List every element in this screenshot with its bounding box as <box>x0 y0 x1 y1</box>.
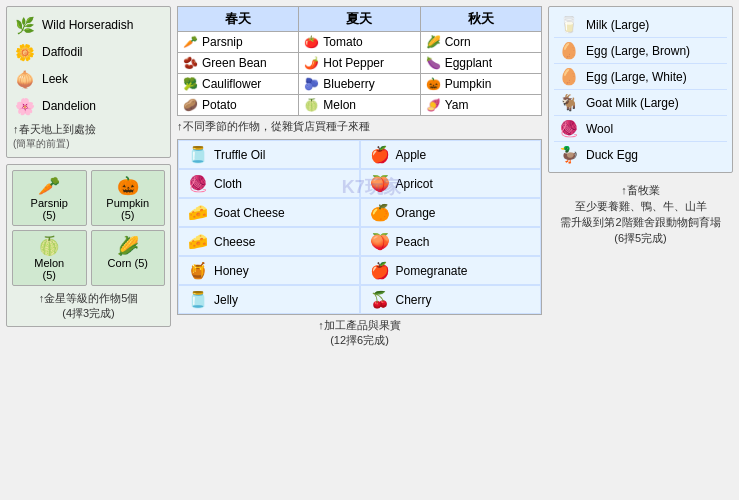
season-row-3: 🥦 Cauliflower 🫐 Blueberry 🎃 Pumpkin <box>178 74 542 95</box>
apple-label: Apple <box>396 148 427 162</box>
melon-label: Melon(5) <box>34 257 64 281</box>
pumpkin-label: Pumpkin(5) <box>106 197 149 221</box>
product-pomegranate: 🍎 Pomegranate <box>360 256 542 285</box>
product-jelly: 🫙 Jelly <box>178 285 360 314</box>
pumpkin-f-icon: 🎃 <box>426 77 441 91</box>
apricot-label: Apricot <box>396 177 433 191</box>
product-cheese: 🧀 Cheese <box>178 227 360 256</box>
tomato-icon: 🍅 <box>304 35 319 49</box>
season-row-2: 🫘 Green Bean 🌶️ Hot Pepper 🍆 Eggplant <box>178 53 542 74</box>
corn-icon: 🌽 <box>96 235 161 257</box>
item-daffodil: 🌼 Daffodil <box>13 40 164 64</box>
apple-icon: 🍎 <box>369 145 391 164</box>
jelly-label: Jelly <box>214 293 238 307</box>
milk-large-label: Milk (Large) <box>586 18 649 32</box>
right-panel: 🥛 Milk (Large) 🥚 Egg (Large, Brown) 🥚 Eg… <box>548 6 733 348</box>
product-truffle-oil: 🫙 Truffle Oil <box>178 140 360 169</box>
egg-white-label: Egg (Large, White) <box>586 70 687 84</box>
spring-potato: 🥔 Potato <box>178 95 299 116</box>
spring-header: 春天 <box>178 7 299 32</box>
products-note-sub: (12擇6完成) <box>177 333 542 348</box>
livestock-note-4: (6擇5完成) <box>548 231 733 246</box>
cloth-label: Cloth <box>214 177 242 191</box>
livestock-milk-large: 🥛 Milk (Large) <box>554 12 727 38</box>
livestock-note: ↑畜牧業 至少要養雞、鴨、牛、山羊 需升級到第2階雞舍跟動物飼育場 (6擇5完成… <box>548 183 733 247</box>
crop-melon: 🍈 Melon(5) <box>12 230 87 286</box>
peach-label: Peach <box>396 235 430 249</box>
greenbean-icon: 🫘 <box>183 56 198 70</box>
eggplant-icon: 🍆 <box>426 56 441 70</box>
item-leek: 🧅 Leek <box>13 67 164 91</box>
truffle-oil-icon: 🫙 <box>187 145 209 164</box>
spring-note-main: ↑春天地上到處撿 <box>13 122 164 137</box>
goat-cheese-label: Goat Cheese <box>214 206 285 220</box>
wild-horseradish-label: Wild Horseradish <box>42 18 133 32</box>
wool-label: Wool <box>586 122 613 136</box>
goat-cheese-icon: 🧀 <box>187 203 209 222</box>
livestock-goat-milk: 🐐 Goat Milk (Large) <box>554 90 727 116</box>
summer-hotpepper: 🌶️ Hot Pepper <box>299 53 420 74</box>
product-peach: 🍑 Peach <box>360 227 542 256</box>
goat-milk-icon: 🐐 <box>558 93 580 112</box>
summer-melon: 🍈 Melon <box>299 95 420 116</box>
pumpkin-icon: 🎃 <box>96 175 161 197</box>
livestock-duck-egg: 🦆 Duck Egg <box>554 142 727 167</box>
cheese-label: Cheese <box>214 235 255 249</box>
summer-header: 夏天 <box>299 7 420 32</box>
summer-blueberry: 🫐 Blueberry <box>299 74 420 95</box>
crops-grid: 🥕 Parsnip(5) 🎃 Pumpkin(5) 🍈 Melon(5) 🌽 C… <box>12 170 165 286</box>
egg-white-icon: 🥚 <box>558 67 580 86</box>
product-apple: 🍎 Apple <box>360 140 542 169</box>
crops-note-main: ↑金星等級的作物5個 <box>12 291 165 306</box>
fall-eggplant: 🍆 Eggplant <box>420 53 541 74</box>
cherry-icon: 🍒 <box>369 290 391 309</box>
season-row-1: 🥕 Parsnip 🍅 Tomato 🌽 Corn <box>178 32 542 53</box>
spring-note-sub: (簡單的前置) <box>13 137 164 151</box>
center-wrapper: 春天 夏天 秋天 🥕 Parsnip 🍅 Tomato 🌽 Corn 🫘 Gre… <box>177 6 542 348</box>
livestock-egg-white: 🥚 Egg (Large, White) <box>554 64 727 90</box>
crop-parsnip: 🥕 Parsnip(5) <box>12 170 87 226</box>
cherry-label: Cherry <box>396 293 432 307</box>
item-dandelion: 🌸 Dandelion <box>13 94 164 118</box>
products-note-main: ↑加工產品與果實 <box>177 318 542 333</box>
product-orange: 🍊 Orange <box>360 198 542 227</box>
spring-items-box: 🌿 Wild Horseradish 🌼 Daffodil 🧅 Leek 🌸 D… <box>6 6 171 158</box>
livestock-note-1: ↑畜牧業 <box>548 183 733 198</box>
fall-corn: 🌽 Corn <box>420 32 541 53</box>
wool-icon: 🧶 <box>558 119 580 138</box>
duck-egg-label: Duck Egg <box>586 148 638 162</box>
spring-greenbean: 🫘 Green Bean <box>178 53 299 74</box>
product-apricot: 🍑 Apricot <box>360 169 542 198</box>
parsnip-label: Parsnip(5) <box>31 197 68 221</box>
parsnip-s-icon: 🥕 <box>183 35 198 49</box>
peach-icon: 🍑 <box>369 232 391 251</box>
products-note: ↑加工產品與果實 (12擇6完成) <box>177 318 542 348</box>
products-grid: 🫙 Truffle Oil 🍎 Apple 🧶 Cloth 🍑 Apricot … <box>177 139 542 315</box>
livestock-note-2: 至少要養雞、鴨、牛、山羊 <box>548 199 733 214</box>
crop-corn: 🌽 Corn (5) <box>91 230 166 286</box>
honey-label: Honey <box>214 264 249 278</box>
spring-parsnip: 🥕 Parsnip <box>178 32 299 53</box>
seasons-note: ↑不同季節的作物，從雜貨店買種子來種 <box>177 119 542 134</box>
honey-icon: 🍯 <box>187 261 209 280</box>
orange-icon: 🍊 <box>369 203 391 222</box>
fall-pumpkin: 🎃 Pumpkin <box>420 74 541 95</box>
truffle-oil-label: Truffle Oil <box>214 148 265 162</box>
cloth-icon: 🧶 <box>187 174 209 193</box>
fall-header: 秋天 <box>420 7 541 32</box>
livestock-box: 🥛 Milk (Large) 🥚 Egg (Large, Brown) 🥚 Eg… <box>548 6 733 173</box>
item-wild-horseradish: 🌿 Wild Horseradish <box>13 13 164 37</box>
jelly-icon: 🫙 <box>187 290 209 309</box>
leek-icon: 🧅 <box>13 67 37 91</box>
corn-label: Corn (5) <box>108 257 148 269</box>
hotpepper-icon: 🌶️ <box>304 56 319 70</box>
cheese-icon: 🧀 <box>187 232 209 251</box>
parsnip-icon: 🥕 <box>17 175 82 197</box>
livestock-note-3: 需升級到第2階雞舍跟動物飼育場 <box>548 215 733 230</box>
product-goat-cheese: 🧀 Goat Cheese <box>178 198 360 227</box>
egg-brown-label: Egg (Large, Brown) <box>586 44 690 58</box>
seasons-table: 春天 夏天 秋天 🥕 Parsnip 🍅 Tomato 🌽 Corn 🫘 Gre… <box>177 6 542 116</box>
left-panel: 🌿 Wild Horseradish 🌼 Daffodil 🧅 Leek 🌸 D… <box>6 6 171 348</box>
livestock-egg-brown: 🥚 Egg (Large, Brown) <box>554 38 727 64</box>
cauliflower-icon: 🥦 <box>183 77 198 91</box>
